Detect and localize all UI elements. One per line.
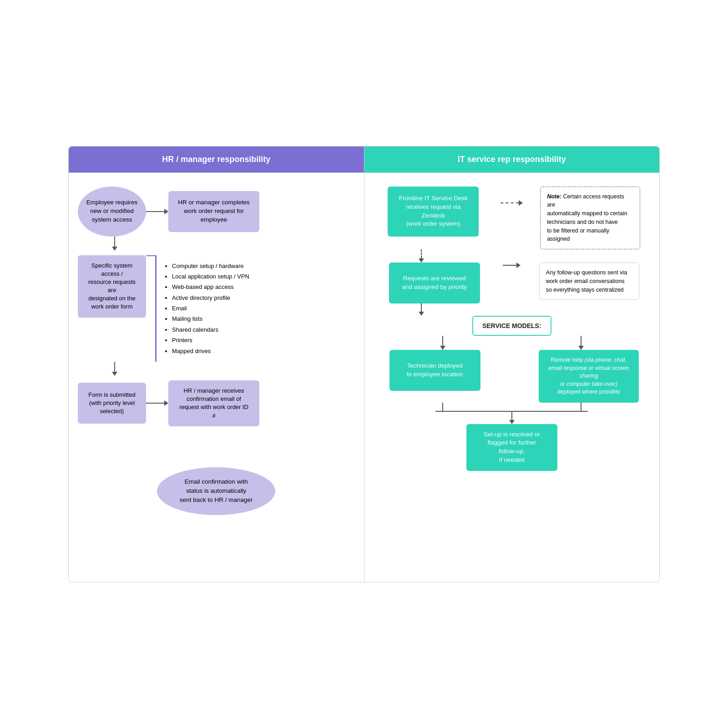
bullet-item: Mapped drives [172, 346, 249, 356]
left-row2: Specific system access / resource reques… [78, 255, 257, 362]
ah-sm-l [440, 346, 445, 350]
right-r2-right: Any follow-up questions sent via work or… [528, 263, 650, 300]
arrow-line-s [146, 403, 164, 404]
arrow-head [164, 209, 168, 214]
right-left-stack: Frontline IT Service Desk receives reque… [374, 187, 494, 237]
left-row1: Employee requires new or modified system… [78, 187, 259, 237]
arrow-down-right-sm [578, 336, 584, 350]
bullet-list-box: Computer setup / hardwareLocal applicati… [155, 255, 257, 362]
al-tech [442, 403, 443, 411]
arrow-line-fu [503, 265, 516, 266]
dashed-v-line [421, 249, 422, 258]
al-remote [581, 403, 581, 411]
bullet-item: Printers [172, 335, 249, 345]
left-column: Employee requires new or modified system… [69, 173, 364, 582]
arrow-down-1 [112, 237, 117, 251]
service-models-box: SERVICE MODELS: [472, 316, 551, 336]
right-row2: Requests are reviewed and assigned by pr… [374, 263, 651, 303]
bottom-oval-area: Email confirmation with status is automa… [78, 467, 355, 515]
form-submitted-box: Form is submitted (with priority level s… [78, 383, 146, 424]
resolved-area: Set-up is resolved or flagged for furthe… [374, 424, 651, 471]
arrow-down-resolved [374, 412, 651, 424]
right-r2-left: Requests are reviewed and assigned by pr… [374, 263, 496, 303]
right-right-stack: Note: Certain access requests are automa… [530, 187, 650, 250]
arrow-line-purple [146, 255, 155, 256]
bullet-item: Mailing lists [172, 313, 249, 324]
dashed-line-h [500, 202, 519, 203]
arrow-down-tech [442, 403, 443, 411]
ar-sm [581, 336, 581, 346]
arrow-head-v2 [112, 372, 117, 376]
al-sm [442, 336, 443, 346]
bullet-item: Web-based app access [172, 282, 249, 292]
note-box: Note: Certain access requests are automa… [540, 187, 640, 250]
arrow-follow-up [503, 263, 521, 268]
right-row1: Frontline IT Service Desk receives reque… [374, 187, 651, 250]
right-row3: Technician deployed to employee location… [374, 350, 651, 403]
arrow-head-v [112, 247, 117, 251]
bullet-arrow-area [146, 255, 155, 256]
header-right: IT service rep responsibility [364, 147, 660, 172]
service-model-arrows [374, 336, 651, 350]
arrow-line [146, 211, 164, 212]
remote-help-box: Remote help (via phone, chat,email respo… [539, 350, 639, 403]
arrow-line-r2 [421, 303, 422, 312]
remote-help-stack: Remote help (via phone, chat,email respo… [527, 350, 650, 403]
header-row: HR / manager responsibility IT service r… [69, 147, 659, 172]
arrow-head-s [164, 400, 168, 406]
content-area: Employee requires new or modified system… [69, 172, 659, 582]
service-models-area: SERVICE MODELS: [374, 316, 651, 336]
bullet-list: Computer setup / hardwareLocal applicati… [164, 261, 249, 357]
arrow-submitted [146, 400, 168, 406]
requests-reviewed-box: Requests are reviewed and assigned by pr… [389, 263, 480, 303]
dashed-arrow-head [519, 200, 523, 206]
setup-resolved-box: Set-up is resolved or flagged for furthe… [466, 424, 557, 471]
bullet-item: Local application setup / VPN [172, 271, 249, 282]
employee-requires-box: Employee requires new or modified system… [78, 187, 146, 237]
arrow-down-2 [112, 362, 117, 376]
ah-resolved [509, 420, 515, 424]
specific-system-access-box: Specific system access / resource reques… [78, 255, 146, 318]
right-column: Frontline IT Service Desk receives reque… [364, 173, 660, 582]
ah-sm-r [578, 346, 584, 350]
arrow-down-left-sm [440, 336, 445, 350]
diagram-wrapper: HR / manager responsibility IT service r… [68, 146, 660, 582]
arrow-head-r1 [419, 258, 424, 263]
bullet-item: Computer setup / hardware [172, 261, 249, 271]
arrow-head-fu [516, 263, 521, 268]
arrow-line-v2 [114, 362, 115, 372]
arrow-down-r1 [419, 249, 424, 263]
bullet-item: Shared calendars [172, 324, 249, 335]
arrow-hr-manager [146, 209, 168, 214]
bullet-item: Email [172, 303, 249, 313]
technician-stack: Technician deployed to employee location [374, 350, 496, 391]
arrow-down-r2 [419, 303, 424, 316]
hr-manager-completes-box: HR or manager completes work order reque… [168, 191, 259, 232]
arrow-down-remote [581, 403, 581, 411]
left-row3: Form is submitted (with priority level s… [78, 380, 259, 426]
dashed-arrow-note [500, 200, 523, 206]
email-confirmation-oval: Email confirmation with status is automa… [157, 467, 275, 515]
converge-arrows [374, 403, 651, 411]
bullet-item: Active directory profile [172, 293, 249, 303]
followup-box: Any follow-up questions sent via work or… [539, 263, 639, 300]
arrow-line-v [114, 237, 115, 247]
al-resolved [511, 412, 512, 420]
technician-deployed-box: Technician deployed to employee location [389, 350, 480, 391]
hr-receives-box: HR / manager receives confirmation email… [168, 380, 259, 426]
frontline-it-box: Frontline IT Service Desk receives reque… [388, 187, 479, 237]
arrow-head-r2 [419, 312, 424, 316]
header-left: HR / manager responsibility [69, 147, 364, 172]
